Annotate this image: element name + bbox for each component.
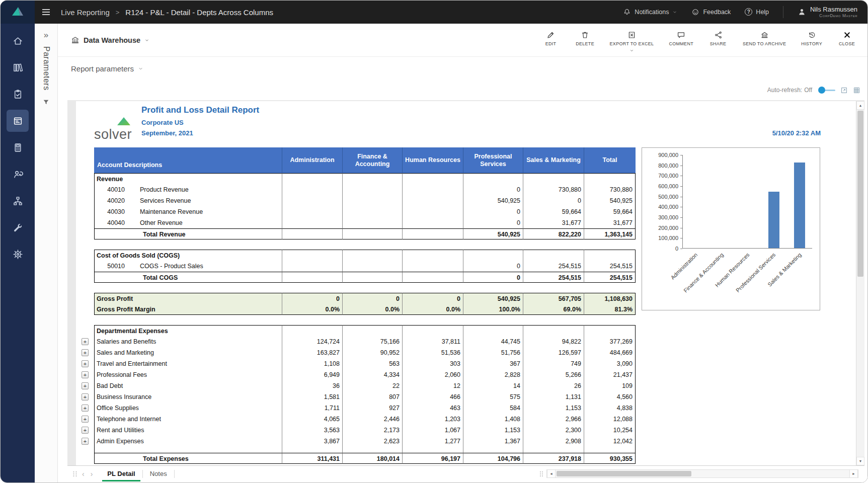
table-cell[interactable]: 1,153 xyxy=(463,425,523,436)
horizontal-scroll-track[interactable] xyxy=(556,470,849,477)
table-cell[interactable] xyxy=(282,206,342,217)
expand-row-button[interactable]: + xyxy=(82,427,89,434)
table-cell[interactable]: 1,067 xyxy=(402,425,463,436)
column-header[interactable]: Human Resources xyxy=(402,147,463,173)
user-menu[interactable]: Nils Rasmussen CorpDemo Master xyxy=(798,6,857,19)
table-cell[interactable]: 1,711 xyxy=(282,403,342,414)
horizontal-scroll-thumb[interactable] xyxy=(557,471,691,476)
table-cell[interactable]: 927 xyxy=(342,403,402,414)
table-cell[interactable]: 749 xyxy=(523,358,584,369)
table-cell[interactable]: 1,408 xyxy=(463,414,523,425)
close-button[interactable]: CLOSE xyxy=(837,28,856,46)
table-cell[interactable] xyxy=(402,217,463,228)
table-cell[interactable] xyxy=(463,447,523,453)
expand-row-button[interactable]: + xyxy=(82,405,89,412)
table-cell[interactable]: 377,269 xyxy=(584,336,636,347)
table-cell[interactable]: 2,173 xyxy=(342,425,402,436)
table-cell[interactable]: 40040Other Revenue xyxy=(94,217,282,228)
table-cell[interactable] xyxy=(523,250,584,261)
breadcrumb-live-reporting[interactable]: Live Reporting xyxy=(61,8,110,17)
table-cell[interactable]: 94,822 xyxy=(523,336,584,347)
table-cell[interactable]: 2,446 xyxy=(342,414,402,425)
sidebar-item-home[interactable] xyxy=(7,30,29,52)
table-cell[interactable]: 311,431 xyxy=(282,453,342,464)
column-header[interactable]: Finance & Accounting xyxy=(342,147,402,173)
table-cell[interactable] xyxy=(342,325,402,336)
table-cell[interactable]: Travel and Entertainment xyxy=(94,358,282,369)
table-cell[interactable]: 0 xyxy=(282,293,342,304)
expand-parameters-icon[interactable]: » xyxy=(44,31,48,39)
table-cell[interactable] xyxy=(94,447,282,453)
table-cell[interactable]: 254,515 xyxy=(584,261,636,272)
table-cell[interactable] xyxy=(282,184,342,195)
scroll-left-button[interactable]: ◄ xyxy=(547,470,556,477)
splitter-icon[interactable] xyxy=(539,470,543,477)
table-cell[interactable]: 124,724 xyxy=(282,336,342,347)
expand-row-button[interactable]: + xyxy=(82,338,89,345)
table-cell[interactable]: Total Expenses xyxy=(94,453,282,464)
table-cell[interactable] xyxy=(402,173,463,184)
expand-row-button[interactable]: + xyxy=(82,416,89,423)
vertical-scroll-track[interactable] xyxy=(856,110,864,457)
table-cell[interactable]: 1,131 xyxy=(523,391,584,403)
table-cell[interactable]: 104,796 xyxy=(463,453,523,464)
sidebar-item-tasks[interactable] xyxy=(7,83,29,105)
table-cell[interactable] xyxy=(463,250,523,261)
table-cell[interactable] xyxy=(282,325,342,336)
table-cell[interactable] xyxy=(342,173,402,184)
table-cell[interactable]: 90,952 xyxy=(342,347,402,358)
table-cell[interactable]: Salaries and Benefits xyxy=(94,336,282,347)
table-cell[interactable]: 22 xyxy=(342,380,402,391)
table-cell[interactable]: 0 xyxy=(463,261,523,272)
table-cell[interactable]: 1,367 xyxy=(463,436,523,447)
sidebar-item-user-sync[interactable] xyxy=(7,163,29,185)
table-cell[interactable]: 1,153 xyxy=(523,403,584,414)
table-cell[interactable] xyxy=(282,250,342,261)
expand-row-button[interactable]: + xyxy=(82,382,89,389)
table-cell[interactable] xyxy=(523,173,584,184)
table-cell[interactable]: 10,254 xyxy=(584,425,636,436)
table-cell[interactable]: 2,966 xyxy=(523,414,584,425)
expand-row-button[interactable]: + xyxy=(82,371,89,378)
column-header[interactable]: Professional Services xyxy=(463,147,523,173)
table-cell[interactable] xyxy=(402,206,463,217)
comment-button[interactable]: COMMENT xyxy=(669,28,693,46)
table-cell[interactable]: 730,880 xyxy=(584,184,636,195)
table-cell[interactable]: Bad Debt xyxy=(94,380,282,391)
table-cell[interactable]: 31,677 xyxy=(584,217,636,228)
table-cell[interactable]: 6,949 xyxy=(282,369,342,380)
table-cell[interactable]: Gross Profit Margin xyxy=(94,304,282,315)
table-cell[interactable]: Cost of Goods Sold (COGS) xyxy=(94,250,282,261)
table-cell[interactable] xyxy=(282,217,342,228)
table-cell[interactable]: 4,065 xyxy=(282,414,342,425)
sidebar-item-settings[interactable] xyxy=(7,243,29,265)
grid-view-icon[interactable] xyxy=(853,87,860,94)
table-cell[interactable]: Account Descriptions xyxy=(94,147,282,173)
report-parameters-toggle[interactable]: Report parameters xyxy=(71,64,143,73)
table-cell[interactable] xyxy=(402,228,463,239)
table-cell[interactable]: 254,515 xyxy=(584,272,636,283)
table-cell[interactable]: Sales and Marketing xyxy=(94,347,282,358)
table-cell[interactable]: Business Insurance xyxy=(94,391,282,403)
table-cell[interactable] xyxy=(402,325,463,336)
table-cell[interactable]: 51,536 xyxy=(402,347,463,358)
table-cell[interactable]: 44,745 xyxy=(463,336,523,347)
help-button[interactable]: ? Help xyxy=(745,8,769,16)
table-cell[interactable]: 81.3% xyxy=(584,304,636,315)
table-cell[interactable] xyxy=(584,173,636,184)
table-cell[interactable] xyxy=(584,447,636,453)
table-cell[interactable] xyxy=(402,195,463,206)
table-cell[interactable]: 237,918 xyxy=(523,453,584,464)
table-cell[interactable] xyxy=(342,228,402,239)
column-header[interactable]: Administration xyxy=(282,147,342,173)
table-cell[interactable]: 37,811 xyxy=(402,336,463,347)
vertical-scroll-thumb[interactable] xyxy=(857,111,863,277)
app-logo[interactable] xyxy=(1,1,35,24)
table-cell[interactable]: 14 xyxy=(463,380,523,391)
table-cell[interactable]: 40020Services Revenue xyxy=(94,195,282,206)
share-button[interactable]: SHARE xyxy=(708,28,728,46)
table-cell[interactable]: 163,827 xyxy=(282,347,342,358)
table-cell[interactable]: 109 xyxy=(584,380,636,391)
table-cell[interactable] xyxy=(282,228,342,239)
table-cell[interactable] xyxy=(523,325,584,336)
